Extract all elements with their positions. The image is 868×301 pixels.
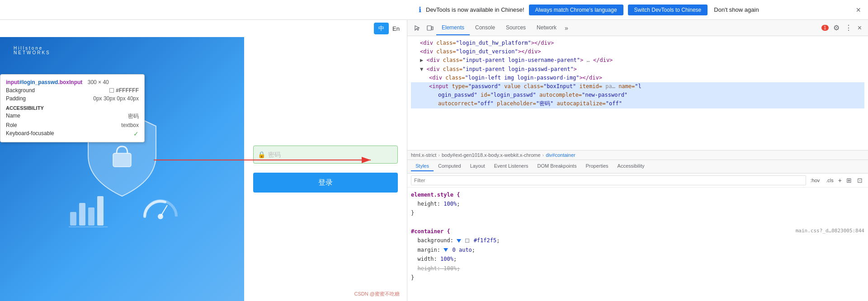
svg-rect-0 — [113, 153, 131, 167]
html-line-5: <div class="login-left img login-passwor… — [411, 74, 864, 82]
devtools-panel: Elements Console Sources Network » 1 ⚙ ⋮… — [407, 20, 868, 301]
lang-en-button[interactable]: En — [392, 25, 400, 32]
devtools-html-panel[interactable]: <div class="login_dut_hw_platform"></div… — [407, 36, 868, 150]
css-rule-close-2: } — [411, 274, 414, 281]
svg-rect-4 — [97, 196, 104, 226]
css-val-background: #f1f2f5 — [474, 237, 497, 244]
inspect-element-icon[interactable] — [411, 22, 424, 34]
computed-tab[interactable]: Computed — [434, 161, 466, 171]
dont-show-again-link[interactable]: Don't show again — [714, 6, 759, 13]
devtools-css-panel[interactable]: element.style { height: 100%; } #contain… — [407, 188, 868, 301]
css-prop-margin: margin — [417, 247, 437, 253]
always-match-button[interactable]: Always match Chrome's language — [529, 5, 623, 15]
css-rule-element-style: element.style { height: 100%; } — [411, 190, 864, 218]
tooltip-bg-value: #FFFFFF — [109, 87, 139, 94]
login-topbar: 中 En — [0, 20, 407, 37]
svg-rect-2 — [79, 203, 85, 226]
breadcrumb-container[interactable]: div#container — [546, 152, 575, 158]
tab-elements[interactable]: Elements — [436, 21, 470, 35]
properties-tab[interactable]: Properties — [581, 161, 613, 171]
tooltip-padding-label: Padding — [6, 95, 26, 102]
add-style-rule-button[interactable]: + — [838, 177, 842, 184]
tab-network[interactable]: Network — [531, 21, 562, 35]
more-tabs-button[interactable]: » — [562, 23, 571, 33]
css-prop-width: width — [417, 256, 434, 262]
filter-icon-group: ⊞ ⊡ — [844, 176, 864, 185]
breadcrumb-html[interactable]: html.x-strict — [411, 152, 436, 158]
settings-icon[interactable]: ⚙ — [830, 22, 842, 34]
css-prop-background: background — [417, 237, 450, 244]
lang-zh-button[interactable]: 中 — [374, 23, 389, 34]
chart-svg — [68, 192, 108, 228]
hover-filter-button[interactable]: :hov — [809, 177, 822, 184]
tooltip-keyboard-row: Keyboard-focusable ✓ — [6, 130, 139, 137]
tooltip-keyboard-check: ✓ — [133, 130, 139, 137]
new-style-rule-icon[interactable]: ⊞ — [844, 176, 854, 185]
html-line-6: <input type="password" value class="boxI… — [411, 82, 864, 91]
css-val-margin: 0 auto — [453, 247, 472, 253]
svg-line-7 — [160, 205, 167, 216]
tooltip-title: input#login_passwd.boxInput 300 × 40 — [6, 79, 139, 85]
css-prop-height: height — [417, 201, 437, 207]
tooltip-bg-label: Background — [6, 87, 35, 94]
css-prop-height-strike: height: 100%; — [417, 265, 460, 272]
svg-rect-1 — [70, 212, 76, 226]
more-options-icon[interactable]: ⋮ — [842, 22, 855, 34]
tooltip-element-id: input#login_passwd.boxInput — [6, 79, 82, 85]
devtools-breadcrumb: html.x-strict › body#ext-gen1018.x-body.… — [407, 150, 868, 160]
breadcrumb-body[interactable]: body#ext-gen1018.x-body.x-webkit.x-chrom… — [442, 152, 541, 158]
tooltip-background-row: Background #FFFFFF — [6, 87, 139, 94]
tab-console[interactable]: Console — [470, 21, 500, 35]
event-listeners-tab[interactable]: Event Listeners — [490, 161, 533, 171]
svg-rect-10 — [427, 26, 431, 30]
html-line-2: <div class="login_dut_version"></div> — [411, 47, 864, 56]
tooltip-name-row: Name 密码 — [6, 113, 139, 120]
notification-close-button[interactable]: × — [856, 6, 861, 14]
tab-sources[interactable]: Sources — [500, 21, 531, 35]
tooltip-size: 300 × 40 — [88, 79, 109, 85]
toggle-element-state-icon[interactable]: ⊡ — [855, 176, 864, 185]
close-devtools-button[interactable]: × — [855, 22, 864, 34]
devtools-tabs: Elements Console Sources Network » 1 ⚙ ⋮… — [407, 20, 868, 36]
cls-filter-button[interactable]: .cls — [824, 177, 835, 184]
layout-tab[interactable]: Layout — [466, 161, 490, 171]
html-line-7: ogin_passwd" id="login_passwd" autocompl… — [411, 91, 864, 99]
notification-text: DevTools is now available in Chinese! — [426, 6, 524, 13]
dom-breakpoints-tab[interactable]: DOM Breakpoints — [533, 161, 581, 171]
margin-triangle[interactable] — [443, 248, 448, 252]
css-rule-container: #container { main.css?_d…0823005:844 bac… — [411, 227, 864, 282]
background-color-swatch[interactable] — [465, 239, 469, 243]
tooltip-padding-value: 0px 30px 0px 40px — [93, 95, 139, 102]
background-triangle[interactable] — [457, 239, 461, 243]
html-line-1: <div class="login_dut_hw_platform"></div… — [411, 39, 864, 47]
html-line-3: ▶ <div class="input-parent login-usernam… — [411, 56, 864, 65]
csdn-watermark: CSDN @蜜蜜不吃糖 — [354, 291, 400, 297]
red-arrow — [154, 146, 380, 175]
styles-filter-input[interactable] — [411, 175, 806, 185]
login-button[interactable]: 登录 — [253, 173, 398, 193]
tooltip-accessibility-title: ACCESSIBILITY — [6, 105, 139, 111]
devtools-styles-tabs: Styles Computed Layout Event Listeners D… — [407, 160, 868, 174]
devtools-filter-bar: :hov .cls + ⊞ ⊡ — [407, 174, 868, 188]
tooltip-keyboard-label: Keyboard-focusable — [6, 130, 54, 137]
info-icon: ℹ — [419, 5, 421, 14]
tooltip-role-value: textbox — [121, 122, 139, 128]
gauge-svg — [140, 192, 181, 223]
svg-rect-11 — [432, 27, 433, 30]
tooltip-role-label: Role — [6, 122, 17, 128]
html-line-8: autocorrect="off" placeholder="密码" autoc… — [411, 99, 864, 108]
tooltip-role-row: Role textbox — [6, 122, 139, 128]
css-rule-close-1: } — [411, 210, 414, 216]
tooltip-name-value: 密码 — [128, 113, 139, 120]
accessibility-tab[interactable]: Accessibility — [613, 161, 649, 171]
hillstone-logo: Hillstone NETWORKS — [14, 46, 51, 55]
svg-rect-3 — [88, 207, 94, 226]
browser-panel: 中 En Hillstone NETWORKS — [0, 20, 407, 301]
css-val-width: 100% — [440, 256, 453, 262]
css-val-height: 100% — [443, 201, 457, 207]
html-line-selected[interactable]: <input type="password" value class="boxI… — [411, 82, 864, 108]
styles-tab[interactable]: Styles — [411, 161, 434, 171]
switch-devtools-button[interactable]: Switch DevTools to Chinese — [628, 5, 708, 15]
html-line-4: ▼ <div class="input-parent login-passwd-… — [411, 65, 864, 74]
device-toggle-icon[interactable] — [424, 22, 436, 34]
